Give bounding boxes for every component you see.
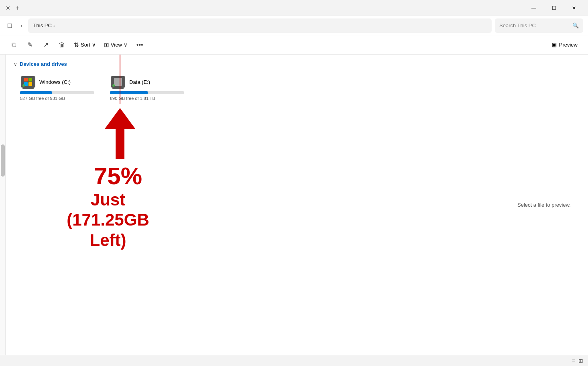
search-input[interactable] xyxy=(499,22,570,28)
win-quad-green xyxy=(28,78,32,81)
drive-bar-c xyxy=(20,91,94,94)
drive-header-c: Windows (C:) xyxy=(20,75,94,89)
sort-icon: ⇅ xyxy=(74,41,79,49)
drive-size-c: 527 GB free of 931 GB xyxy=(20,96,94,101)
section-collapse-icon[interactable]: ∨ xyxy=(14,61,17,67)
preview-panel: Select a file to preview. xyxy=(500,55,588,355)
win-quad-red xyxy=(24,78,28,81)
drive-generic-icon xyxy=(114,78,122,86)
status-grid-icon[interactable]: ⊞ xyxy=(578,358,583,364)
annotation-area: 75% Just(171.25GBLeft) xyxy=(14,108,492,250)
delete-icon: 🗑 xyxy=(59,41,65,49)
drive-light-c xyxy=(22,84,25,87)
view-button[interactable]: ⊞ View ∨ xyxy=(101,37,131,53)
preview-icon: ▣ xyxy=(552,42,557,48)
view-icon: ⊞ xyxy=(104,41,109,49)
windows-logo xyxy=(24,78,32,86)
sort-chevron-icon: ∨ xyxy=(92,42,96,48)
rename-icon: ✎ xyxy=(27,41,33,49)
view-label: View xyxy=(111,42,122,48)
drive-bar-fill-e xyxy=(110,91,148,94)
annotation-line xyxy=(120,55,120,104)
annotation-detail: Just(171.25GBLeft) xyxy=(56,190,160,250)
address-path[interactable]: This PC › xyxy=(28,18,492,33)
drive-body-c xyxy=(21,76,35,87)
sort-label: Sort xyxy=(81,42,90,48)
minimize-button[interactable]: — xyxy=(525,2,543,14)
section-header: ∨ Devices and drives xyxy=(14,61,492,67)
toolbar: ⧉ ✎ ↗ 🗑 ⇅ Sort ∨ ⊞ View ∨ ••• ▣ Preview xyxy=(0,35,588,55)
drive-icon-c xyxy=(20,75,36,89)
drive-item-e[interactable]: Data (E:) 890 GB free of 1.81 TB xyxy=(107,72,187,104)
maximize-button[interactable]: ☐ xyxy=(545,2,563,14)
copy-icon: ⧉ xyxy=(12,41,16,49)
copy-button[interactable]: ⧉ xyxy=(6,37,21,53)
preview-placeholder: Select a file to preview. xyxy=(517,202,571,208)
preview-label: Preview xyxy=(559,42,578,48)
new-tab-button[interactable]: + xyxy=(14,5,21,11)
scroll-indicator[interactable] xyxy=(1,144,5,177)
content-area: ∨ Devices and drives xyxy=(6,55,500,355)
path-segment-this-pc: This PC xyxy=(33,22,52,28)
section-title[interactable]: Devices and drives xyxy=(20,61,67,67)
nav-chevron-right[interactable]: › xyxy=(18,21,25,31)
nav-panel-icon[interactable]: ❑ xyxy=(5,21,15,31)
annotation-percent: 75% xyxy=(78,162,158,190)
window-close-button[interactable]: ✕ xyxy=(565,2,583,14)
share-icon: ↗ xyxy=(43,41,49,49)
drive-body-e xyxy=(111,76,125,87)
delete-button[interactable]: 🗑 xyxy=(55,37,69,53)
rename-button[interactable]: ✎ xyxy=(22,37,37,53)
status-list-icon[interactable]: ≡ xyxy=(572,358,575,364)
annotation-arrow xyxy=(100,108,140,159)
left-sidebar xyxy=(0,55,6,355)
address-bar: ❑ › This PC › 🔍 xyxy=(0,16,588,35)
drive-name-e: Data (E:) xyxy=(129,79,150,85)
drive-item-c[interactable]: Windows (C:) 527 GB free of 931 GB xyxy=(17,72,97,104)
win-quad-yellow xyxy=(28,82,32,86)
tab-close-button[interactable]: ✕ xyxy=(5,5,11,11)
status-bar: ≡ ⊞ xyxy=(0,355,588,366)
drive-size-e: 890 GB free of 1.81 TB xyxy=(110,96,184,101)
arrow-shaft xyxy=(116,129,124,159)
preview-button[interactable]: ▣ Preview xyxy=(548,40,582,49)
window-controls: — ☐ ✕ xyxy=(525,2,583,14)
main-content: ∨ Devices and drives xyxy=(0,55,588,355)
more-icon: ••• xyxy=(136,41,143,49)
drive-bar-e xyxy=(110,91,184,94)
drive-light-e xyxy=(112,84,115,87)
share-button[interactable]: ↗ xyxy=(39,37,53,53)
more-options-button[interactable]: ••• xyxy=(132,37,147,53)
drive-icon-e xyxy=(110,75,126,89)
drives-grid: Windows (C:) 527 GB free of 931 GB xyxy=(14,72,492,104)
view-chevron-icon: ∨ xyxy=(124,42,128,48)
title-bar: ✕ + — ☐ ✕ xyxy=(0,0,588,16)
search-icon: 🔍 xyxy=(572,22,579,28)
drive-name-c: Windows (C:) xyxy=(39,79,71,85)
drive-bar-fill-c xyxy=(20,91,52,94)
arrow-head-icon xyxy=(105,108,135,129)
sort-button[interactable]: ⇅ Sort ∨ xyxy=(71,37,99,53)
drive-header-e: Data (E:) xyxy=(110,75,184,89)
search-box[interactable]: 🔍 xyxy=(495,18,583,33)
path-chevron: › xyxy=(53,23,55,28)
